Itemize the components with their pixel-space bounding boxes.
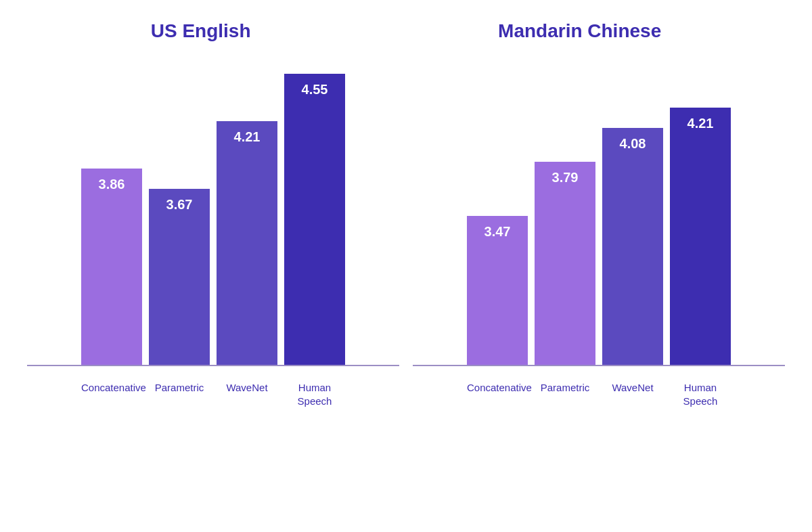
bar-2: 4.08 — [602, 128, 663, 365]
chart-divider — [399, 56, 413, 407]
bar-value-label: 3.79 — [552, 170, 579, 185]
bar-group: 3.47 — [467, 216, 528, 365]
bar-1: 3.67 — [149, 189, 210, 365]
bar-value-label: 4.08 — [620, 136, 646, 152]
left-bars-area: 3.863.674.214.55 — [27, 28, 399, 366]
bar-group: 3.86 — [81, 169, 142, 365]
bar-value-label: 3.86 — [99, 177, 125, 192]
bar-3: 4.21 — [670, 108, 731, 365]
chart-container: US English Mandarin Chinese 3.863.674.21… — [0, 0, 812, 532]
bar-group: 4.55 — [284, 74, 345, 365]
bar-3: 4.55 — [284, 74, 345, 365]
bar-group: 3.79 — [535, 162, 595, 365]
bar-value-label: 4.21 — [687, 116, 714, 131]
bar-value-label: 3.67 — [166, 197, 193, 213]
bar-value-label: 4.21 — [234, 129, 261, 145]
bar-group: 4.21 — [670, 108, 731, 365]
bar-2: 4.21 — [217, 121, 277, 365]
x-axis-label: HumanSpeech — [670, 381, 731, 407]
x-axis-label: Parametric — [149, 381, 210, 407]
bar-group: 4.08 — [602, 128, 663, 365]
x-axis-label: HumanSpeech — [284, 381, 345, 407]
bar-0: 3.86 — [81, 169, 142, 365]
bar-0: 3.47 — [467, 216, 528, 365]
x-axis-label: Concatenative — [81, 381, 142, 407]
x-axis-label: Concatenative — [467, 381, 528, 407]
x-axis-label: WaveNet — [602, 381, 663, 407]
left-x-labels: ConcatenativeParametricWaveNetHumanSpeec… — [27, 372, 399, 407]
bar-value-label: 3.47 — [484, 224, 511, 240]
bar-group: 3.67 — [149, 189, 210, 365]
bar-group: 4.21 — [217, 121, 277, 365]
x-axis-label: WaveNet — [217, 381, 277, 407]
bar-value-label: 4.55 — [302, 82, 328, 97]
right-x-labels: ConcatenativeParametricWaveNetHumanSpeec… — [413, 372, 785, 407]
right-bars-area: 3.473.794.084.21 — [413, 28, 785, 366]
bar-1: 3.79 — [535, 162, 595, 365]
x-axis-label: Parametric — [535, 381, 595, 407]
